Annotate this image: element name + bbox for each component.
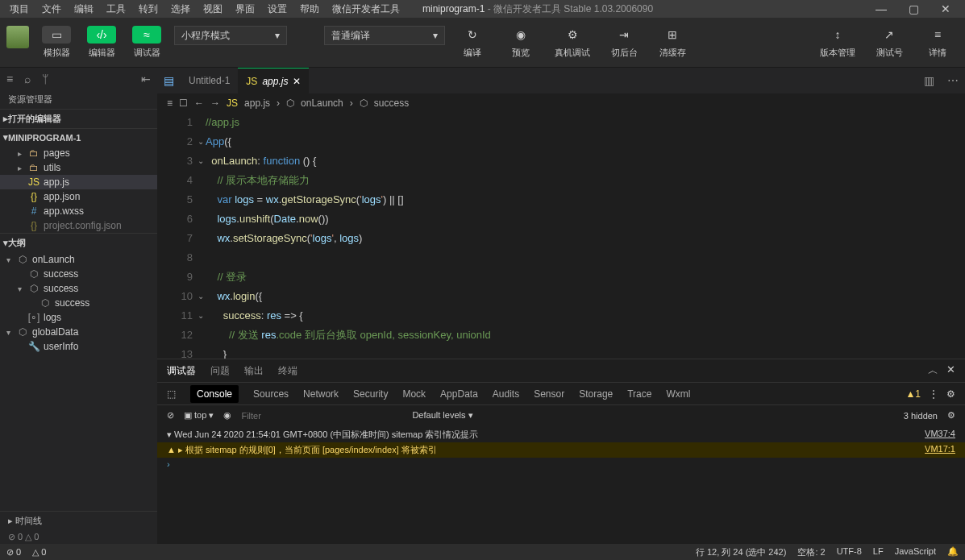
code-editor[interactable]: 12⌄3⌄45678910⌄11⌄1213 //app.jsApp({ onLa… [157,113,965,359]
untitled-tab-icon[interactable]: ▤ [157,74,181,87]
close-button[interactable]: ✕ [930,2,962,15]
file-pages[interactable]: ▸🗀pages [0,146,157,160]
simulator-button[interactable]: ▭模拟器 [35,23,77,62]
outline-header[interactable]: ▾大纲 [0,233,157,252]
devtab-console[interactable]: Console [190,385,239,403]
outline-success[interactable]: ▾⬡success [0,281,157,296]
source-link[interactable]: VM17:1 [925,444,955,456]
status-eol[interactable]: LF [873,546,884,558]
avatar[interactable] [6,26,29,48]
outline-success[interactable]: ⬡success [0,296,157,310]
inspect-icon[interactable]: ⬚ [167,388,176,400]
panel-tab-output[interactable]: 输出 [244,364,264,378]
background-button[interactable]: ⇥切后台 [603,23,645,62]
levels-dropdown[interactable]: Default levels ▾ [412,410,472,421]
context-selector[interactable]: ▣ top ▾ [184,410,214,421]
menu-icon[interactable]: ≡ [6,73,13,85]
breadcrumb[interactable]: ≡ ☐ ← → JSapp.js› ⬡onLaunch› ⬡success [157,93,965,113]
status-language[interactable]: JavaScript [895,546,936,558]
devtab-wxml[interactable]: Wxml [666,388,690,400]
compile-button[interactable]: ↻编译 [451,23,493,62]
hidden-count[interactable]: 3 hidden [904,411,938,421]
editor-button[interactable]: ‹/›编辑器 [81,23,123,62]
panel-tab-problems[interactable]: 问题 [210,364,230,378]
file-app.js[interactable]: JSapp.js [0,175,157,189]
panel-tab-terminal[interactable]: 终端 [278,364,297,378]
console-gear-icon[interactable]: ⚙ [947,410,955,421]
devtab-trace[interactable]: Trace [627,388,651,400]
menu-file[interactable]: 文件 [35,1,68,18]
devtab-security[interactable]: Security [353,388,388,400]
outline-logs[interactable]: [∘]logs [0,310,157,325]
devtab-sensor[interactable]: Sensor [534,388,564,400]
open-editors-header[interactable]: ▸打开的编辑器 [0,109,157,128]
devtab-network[interactable]: Network [303,388,339,400]
devtab-mock[interactable]: Mock [402,388,426,400]
status-errors[interactable]: ⊘ 0 [6,547,21,558]
devtools-settings-icon[interactable]: ⋮ [929,388,938,400]
console-prompt[interactable]: › [157,458,965,471]
debugger-button[interactable]: ≈调试器 [126,23,168,62]
menu-project[interactable]: 项目 [3,1,35,18]
bell-icon[interactable]: 🔔 [947,546,959,558]
search-icon[interactable]: ⌕ [24,73,31,85]
devtab-storage[interactable]: Storage [579,388,613,400]
menu-tools[interactable]: 工具 [100,1,132,18]
outline-userInfo[interactable]: 🔧userInfo [0,339,157,354]
details-button[interactable]: ≡详情 [917,23,959,62]
menu-settings[interactable]: 设置 [261,1,293,18]
devtools-gear-icon[interactable]: ⚙ [946,388,955,400]
devtab-sources[interactable]: Sources [253,388,289,400]
branch-icon[interactable]: ᛘ [42,73,48,85]
file-app.wxss[interactable]: #app.wxss [0,204,157,218]
console-line[interactable]: ▾ Wed Jun 24 2020 21:54:01 GMT+0800 (中国标… [157,427,965,442]
tab-untitled[interactable]: Untitled-1 [181,68,238,93]
list-icon[interactable]: ≡ [167,97,173,109]
warning-badge[interactable]: ▲1 [905,388,921,400]
menu-select[interactable]: 选择 [164,1,197,18]
panel-tab-debugger[interactable]: 调试器 [167,364,196,378]
menu-view[interactable]: 视图 [197,1,229,18]
status-encoding[interactable]: UTF-8 [837,546,862,558]
panel-close-icon[interactable]: ✕ [946,363,955,378]
file-project.config.json[interactable]: {}project.config.json [0,218,157,233]
minimize-button[interactable]: — [865,2,897,15]
outline-onLaunch[interactable]: ▾⬡onLaunch [0,252,157,267]
back-icon[interactable]: ← [194,97,204,109]
test-account-button[interactable]: ↗测试号 [868,23,910,62]
collapse-icon[interactable]: ⇤ [141,73,151,85]
eye-icon[interactable]: ◉ [223,410,231,421]
status-cursor[interactable]: 行 12, 列 24 (选中 242) [696,546,787,558]
split-editor-icon[interactable]: ▥ [917,74,941,87]
devtab-appdata[interactable]: AppData [440,388,478,400]
menu-goto[interactable]: 转到 [132,1,164,18]
outline-success[interactable]: ⬡success [0,267,157,281]
clear-console-icon[interactable]: ⊘ [167,410,174,421]
timeline-header[interactable]: ▸ 时间线 [0,511,157,530]
file-utils[interactable]: ▸🗀utils [0,160,157,175]
clear-cache-button[interactable]: ⊞清缓存 [651,23,693,62]
versions-button[interactable]: ↕版本管理 [813,23,862,62]
menu-help[interactable]: 帮助 [293,1,326,18]
status-spaces[interactable]: 空格: 2 [797,546,825,558]
devtab-audits[interactable]: Audits [493,388,519,400]
bookmark-icon[interactable]: ☐ [179,97,188,109]
source-link[interactable]: VM37:4 [925,429,955,441]
remote-debug-button[interactable]: ⚙真机调试 [548,23,597,62]
filter-input[interactable] [241,411,402,421]
tab-appjs[interactable]: JSapp.js✕ [238,68,309,93]
mode-dropdown[interactable]: 小程序模式▾ [174,26,287,45]
console-body[interactable]: ▾ Wed Jun 24 2020 21:54:01 GMT+0800 (中国标… [157,425,965,544]
close-tab-icon[interactable]: ✕ [293,76,301,87]
chevron-up-icon[interactable]: ︿ [928,363,938,378]
console-line[interactable]: ▲ ▸ 根据 sitemap 的规则[0]，当前页面 [pages/index/… [157,442,965,458]
menu-wx-devtools[interactable]: 微信开发者工具 [326,1,406,18]
forward-icon[interactable]: → [210,97,220,109]
menu-edit[interactable]: 编辑 [68,1,100,18]
project-header[interactable]: ▾MINIPROGRAM-1 [0,128,157,146]
maximize-button[interactable]: ▢ [897,2,930,15]
compile-mode-dropdown[interactable]: 普通编译▾ [324,26,445,45]
preview-button[interactable]: ◉预览 [500,23,542,62]
menu-interface[interactable]: 界面 [229,1,261,18]
outline-globalData[interactable]: ▾⬡globalData [0,325,157,339]
